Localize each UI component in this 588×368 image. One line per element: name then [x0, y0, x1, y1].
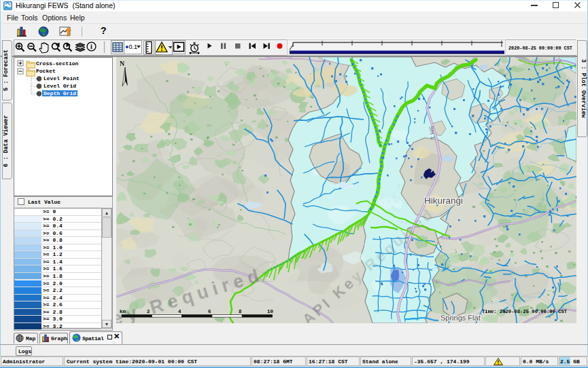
- svg-text:N: N: [120, 60, 125, 67]
- svg-text:Time: 2020-08-25 00:00:00 CST: Time: 2020-08-25 00:00:00 CST: [482, 309, 568, 314]
- svg-text:8: 8: [239, 309, 242, 314]
- svg-text:4: 4: [178, 309, 181, 314]
- svg-text:Hikurangi: Hikurangi: [424, 196, 463, 206]
- svg-text:i: i: [90, 43, 92, 50]
- svg-text:2: 2: [147, 309, 150, 314]
- svg-text:Springs Flat: Springs Flat: [440, 314, 481, 322]
- svg-text:km: km: [120, 309, 126, 314]
- svg-text:6: 6: [208, 309, 211, 314]
- svg-text:10: 10: [267, 309, 274, 314]
